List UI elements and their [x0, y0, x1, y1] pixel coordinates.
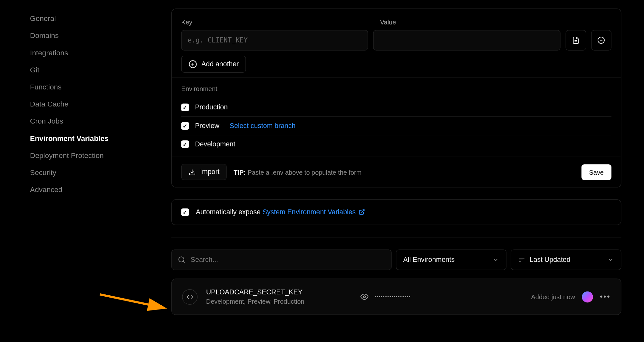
development-checkbox[interactable]: ✓	[181, 140, 189, 148]
add-another-label: Add another	[201, 60, 239, 68]
environment-heading: Environment	[181, 85, 611, 93]
system-env-vars-link[interactable]: System Environment Variables	[263, 208, 365, 216]
key-label: Key	[181, 18, 375, 26]
minus-circle-icon	[597, 36, 605, 44]
sidebar-item-data-cache[interactable]: Data Cache	[30, 96, 171, 113]
sort-label: Last Updated	[530, 256, 571, 263]
svg-line-10	[183, 261, 185, 263]
env-row-production: ✓ Production	[181, 98, 611, 117]
expose-checkbox[interactable]: ✓	[181, 208, 189, 216]
svg-line-8	[361, 210, 364, 213]
plus-circle-icon	[188, 60, 197, 69]
form-footer: Import TIP: Paste a .env above to popula…	[172, 157, 621, 187]
preview-label: Preview	[195, 122, 219, 130]
remove-button[interactable]	[591, 30, 611, 51]
env-filter-label: All Environments	[403, 256, 455, 263]
env-var-name: UPLOADCARE_SECRET_KEY	[206, 288, 352, 296]
check-icon: ✓	[183, 209, 187, 216]
select-custom-branch-link[interactable]: Select custom branch	[230, 122, 296, 130]
eye-icon[interactable]	[360, 293, 369, 301]
sidebar-item-security[interactable]: Security	[30, 164, 171, 181]
production-label: Production	[195, 104, 228, 111]
production-checkbox[interactable]: ✓	[181, 104, 189, 111]
import-icon	[188, 168, 196, 176]
env-var-form-card: Key Value Add another	[171, 9, 621, 188]
sidebar-item-deployment-protection[interactable]: Deployment Protection	[30, 147, 171, 164]
sidebar-item-functions[interactable]: Functions	[30, 79, 171, 96]
file-button[interactable]	[566, 30, 586, 51]
env-row-preview: ✓ Preview Select custom branch	[181, 117, 611, 135]
sort-icon	[518, 256, 525, 263]
check-icon: ✓	[183, 141, 187, 147]
value-label: Value	[380, 18, 396, 26]
svg-point-9	[179, 257, 184, 262]
expose-prefix: Automatically expose	[196, 208, 263, 216]
key-input[interactable]	[181, 30, 368, 51]
check-icon: ✓	[183, 104, 187, 111]
save-button[interactable]: Save	[582, 164, 611, 180]
preview-checkbox[interactable]: ✓	[181, 122, 189, 130]
code-icon	[182, 289, 197, 304]
file-icon	[572, 36, 580, 44]
divider	[171, 237, 621, 237]
search-input[interactable]	[191, 256, 385, 263]
chevron-down-icon	[492, 256, 499, 263]
search-box[interactable]	[171, 249, 392, 270]
env-filter-select[interactable]: All Environments	[396, 249, 506, 270]
env-var-masked-value: •••••••••••••••••	[374, 294, 411, 299]
svg-point-14	[363, 296, 365, 298]
check-icon: ✓	[183, 123, 187, 129]
value-input[interactable]	[373, 30, 561, 51]
sidebar-item-advanced[interactable]: Advanced	[30, 181, 171, 199]
expose-card: ✓ Automatically expose System Environmen…	[171, 199, 621, 225]
env-var-added-time: Added just now	[531, 293, 575, 300]
env-var-environments: Development, Preview, Production	[206, 298, 352, 305]
import-label: Import	[200, 168, 219, 176]
add-another-button[interactable]: Add another	[181, 56, 246, 73]
more-menu-button[interactable]: •••	[600, 292, 610, 301]
env-row-development: ✓ Development	[181, 135, 611, 153]
sort-select[interactable]: Last Updated	[511, 249, 621, 270]
search-icon	[178, 256, 186, 263]
main-content: Key Value Add another	[171, 9, 621, 315]
avatar	[582, 291, 593, 302]
development-label: Development	[195, 140, 235, 148]
tip-label: TIP:	[234, 168, 246, 176]
search-row: All Environments Last Updated	[171, 249, 621, 270]
external-link-icon	[359, 209, 365, 215]
sidebar: General Domains Integrations Git Functio…	[30, 9, 171, 315]
sidebar-item-integrations[interactable]: Integrations	[30, 44, 171, 61]
import-button[interactable]: Import	[181, 164, 227, 180]
sidebar-item-environment-variables[interactable]: Environment Variables	[30, 130, 171, 147]
sidebar-item-domains[interactable]: Domains	[30, 27, 171, 44]
sidebar-item-general[interactable]: General	[30, 10, 171, 27]
tip-text: TIP: Paste a .env above to populate the …	[234, 168, 361, 176]
sidebar-item-git[interactable]: Git	[30, 62, 171, 79]
env-var-row[interactable]: UPLOADCARE_SECRET_KEY Development, Previ…	[171, 279, 621, 315]
sidebar-item-cron-jobs[interactable]: Cron Jobs	[30, 113, 171, 130]
chevron-down-icon	[607, 256, 614, 263]
